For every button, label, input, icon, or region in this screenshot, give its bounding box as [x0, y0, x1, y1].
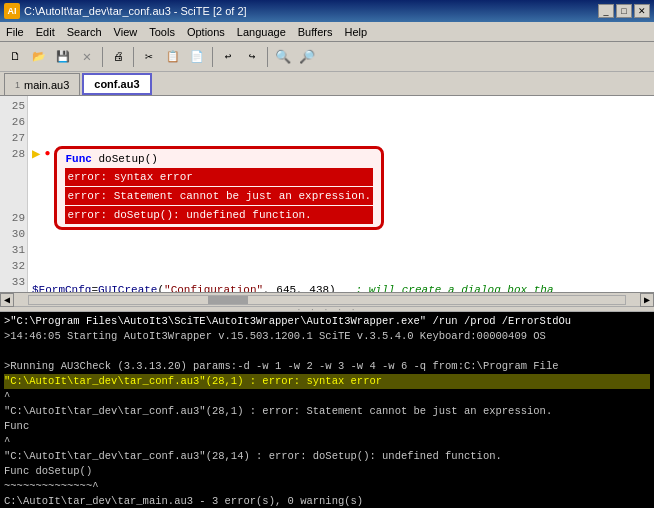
yellow-arrow-icon: ▶: [32, 146, 40, 162]
console-line-5: ^: [4, 389, 650, 404]
tab-label-main: main.au3: [24, 79, 69, 91]
tab-main[interactable]: 1 main.au3: [4, 73, 80, 95]
open-button[interactable]: 📂: [28, 46, 50, 68]
menu-language[interactable]: Language: [231, 24, 292, 40]
console-line-1: >14:46:05 Starting AutoIt3Wrapper v.15.5…: [4, 329, 650, 344]
console-line-11: ~~~~~~~~~~~~~~^: [4, 479, 650, 494]
console-line-8: ^: [4, 434, 650, 449]
separator-1: [102, 47, 103, 67]
scroll-right-button[interactable]: ▶: [640, 293, 654, 307]
string-config: "Configuration": [164, 282, 263, 292]
splitter-handle: · · · · ·: [296, 305, 357, 314]
console-line-6: "C:\AutoIt\tar_dev\tar_conf.au3"(28,1) :…: [4, 404, 650, 419]
tab-label-conf: conf.au3: [94, 78, 139, 90]
close-button[interactable]: ✕: [76, 46, 98, 68]
console-line-10: Func doSetup(): [4, 464, 650, 479]
menu-help[interactable]: Help: [338, 24, 373, 40]
console-line-4: "C:\AutoIt\tar_dev\tar_conf.au3"(28,1) :…: [4, 374, 650, 389]
code-line-27: [32, 130, 650, 146]
keyword-func: Func: [65, 153, 91, 165]
console-line-9: "C:\AutoIt\tar_dev\tar_conf.au3"(28,14) …: [4, 449, 650, 464]
redo-button[interactable]: ↪: [241, 46, 263, 68]
menu-edit[interactable]: Edit: [30, 24, 61, 40]
tab-conf[interactable]: conf.au3: [82, 73, 151, 95]
toolbar: 🗋 📂 💾 ✕ 🖨 ✂ 📋 📄 ↩ ↪ 🔍 🔎: [0, 42, 654, 72]
code-line-26: [32, 114, 650, 130]
console-line-7: Func: [4, 419, 650, 434]
paste-button[interactable]: 📄: [186, 46, 208, 68]
window-title: C:\AutoIt\tar_dev\tar_conf.au3 - SciTE […: [24, 5, 247, 17]
func-guicreate: GUICreate: [98, 282, 157, 292]
function-name: doSetup(): [98, 153, 157, 165]
code-area[interactable]: ▶ ● Func doSetup() error: syntax error e…: [28, 96, 654, 292]
cut-button[interactable]: ✂: [138, 46, 160, 68]
console-container: >"C:\Program Files\AutoIt3\SciTE\AutoIt3…: [0, 312, 654, 508]
console-line-3: >Running AU3Check (3.3.13.20) params:-d …: [4, 359, 650, 374]
separator-2: [133, 47, 134, 67]
breakpoint-icon: ●: [44, 146, 50, 162]
find-button[interactable]: 🔍: [272, 46, 294, 68]
error-line-3: error: doSetup(): undefined function.: [65, 206, 373, 224]
code-line-32: $FormCnfg = GUICreate ( "Configuration" …: [32, 282, 650, 292]
window-controls[interactable]: _ □ ✕: [598, 4, 650, 18]
code-line-28: ▶ ● Func doSetup() error: syntax error e…: [32, 146, 650, 234]
new-button[interactable]: 🗋: [4, 46, 26, 68]
scroll-track[interactable]: [28, 295, 626, 305]
console-line-0: >"C:\Program Files\AutoIt3\SciTE\AutoIt3…: [4, 314, 650, 329]
tab-num-1: 1: [15, 80, 20, 90]
app-icon: AI: [4, 3, 20, 19]
error-line-1: error: syntax error: [65, 168, 373, 186]
minimize-button[interactable]: _: [598, 4, 614, 18]
menu-buffers[interactable]: Buffers: [292, 24, 339, 40]
code-line-31: [32, 266, 650, 282]
undo-button[interactable]: ↩: [217, 46, 239, 68]
menu-file[interactable]: File: [0, 24, 30, 40]
code-line-30: [32, 250, 650, 266]
error-block: Func doSetup() error: syntax error error…: [54, 146, 384, 230]
comment-guicreate: ; will create a dialog box tha: [356, 282, 554, 292]
print-button[interactable]: 🖨: [107, 46, 129, 68]
separator-3: [212, 47, 213, 67]
console-line-2: [4, 344, 650, 359]
menu-view[interactable]: View: [108, 24, 144, 40]
console-line-12: C:\AutoIt\tar_dev\tar_main.au3 - 3 error…: [4, 494, 650, 508]
error-line-2: error: Statement cannot be just an expre…: [65, 187, 373, 205]
menu-search[interactable]: Search: [61, 24, 108, 40]
code-line-25: [32, 98, 650, 114]
code-line-29: [32, 234, 650, 250]
save-button[interactable]: 💾: [52, 46, 74, 68]
menu-tools[interactable]: Tools: [143, 24, 181, 40]
menu-options[interactable]: Options: [181, 24, 231, 40]
findreplace-button[interactable]: 🔎: [296, 46, 318, 68]
scroll-thumb[interactable]: [208, 296, 248, 304]
editor-container: 25 26 27 28 29 30 31 32 33 ▶ ● Fu: [0, 96, 654, 306]
line-numbers: 25 26 27 28 29 30 31 32 33: [0, 96, 28, 292]
h-scrollbar[interactable]: ◀ ▶: [0, 292, 654, 306]
title-bar: AI C:\AutoIt\tar_dev\tar_conf.au3 - SciT…: [0, 0, 654, 22]
tab-bar: 1 main.au3 conf.au3: [0, 72, 654, 96]
menu-bar: File Edit Search View Tools Options Lang…: [0, 22, 654, 42]
scroll-left-button[interactable]: ◀: [0, 293, 14, 307]
separator-4: [267, 47, 268, 67]
copy-button[interactable]: 📋: [162, 46, 184, 68]
maximize-button[interactable]: □: [616, 4, 632, 18]
var-formcnfg: $FormCnfg: [32, 282, 91, 292]
close-button[interactable]: ✕: [634, 4, 650, 18]
